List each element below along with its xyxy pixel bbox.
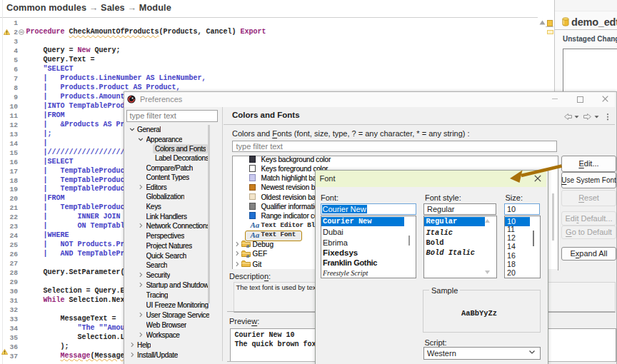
svg-text:a: a <box>246 243 249 248</box>
svg-text:a: a <box>246 252 249 258</box>
